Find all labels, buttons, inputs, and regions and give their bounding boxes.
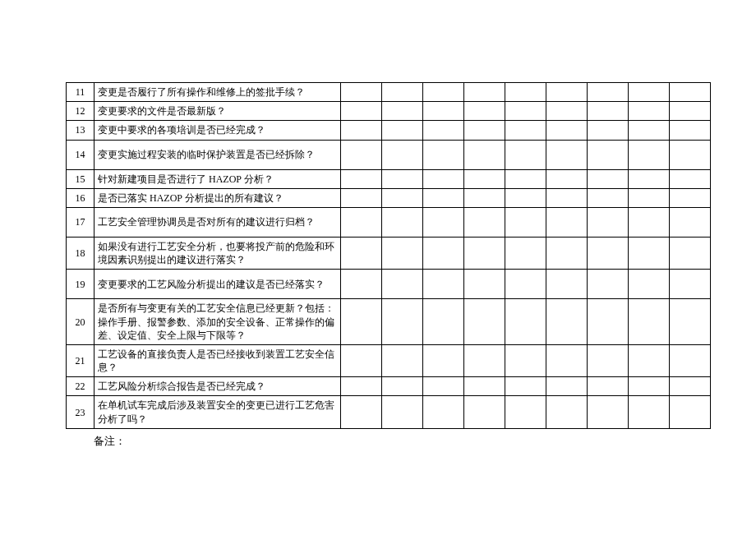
- row-cell: [423, 102, 464, 121]
- row-cell: [546, 102, 588, 121]
- table-row: 18如果没有进行工艺安全分析，也要将投产前的危险和环境因素识别提出的建议进行落实…: [67, 237, 711, 269]
- row-cell: [423, 83, 464, 102]
- row-question: 变更实施过程安装的临时保护装置是否已经拆除？: [94, 140, 341, 169]
- row-cell: [341, 377, 382, 396]
- row-cell: [588, 207, 629, 237]
- row-cell: [546, 237, 588, 269]
- row-number: 13: [67, 121, 94, 140]
- table-row: 16是否已落实 HAZOP 分析提出的所有建议？: [67, 188, 711, 207]
- row-cell: [670, 270, 711, 299]
- row-cell: [382, 344, 423, 376]
- row-cell: [588, 270, 629, 299]
- table-row: 12变更要求的文件是否最新版？: [67, 102, 711, 121]
- row-cell: [629, 207, 670, 237]
- row-cell: [423, 270, 464, 299]
- row-question: 在单机试车完成后涉及装置安全的变更已进行工艺危害分析了吗？: [94, 396, 341, 428]
- document-page: 11变更是否履行了所有操作和维修上的签批手续？12变更要求的文件是否最新版？13…: [0, 0, 756, 449]
- row-number: 19: [67, 270, 94, 299]
- table-row: 13变更中要求的各项培训是否已经完成？: [67, 121, 711, 140]
- row-cell: [423, 237, 464, 269]
- row-cell: [629, 396, 670, 428]
- row-cell: [505, 140, 546, 169]
- row-cell: [629, 237, 670, 269]
- row-cell: [505, 102, 546, 121]
- row-cell: [382, 140, 423, 169]
- row-cell: [546, 377, 588, 396]
- row-question: 变更要求的工艺风险分析提出的建议是否已经落实？: [94, 270, 341, 299]
- row-cell: [588, 188, 629, 207]
- row-cell: [382, 207, 423, 237]
- row-cell: [546, 188, 588, 207]
- row-cell: [341, 121, 382, 140]
- row-cell: [588, 299, 629, 345]
- row-cell: [670, 121, 711, 140]
- row-cell: [588, 140, 629, 169]
- row-cell: [464, 299, 505, 345]
- table-row: 23在单机试车完成后涉及装置安全的变更已进行工艺危害分析了吗？: [67, 396, 711, 428]
- row-question: 工艺设备的直接负责人是否已经接收到装置工艺安全信息？: [94, 344, 341, 376]
- row-cell: [629, 377, 670, 396]
- row-cell: [382, 188, 423, 207]
- row-cell: [505, 121, 546, 140]
- row-cell: [670, 188, 711, 207]
- row-cell: [341, 270, 382, 299]
- row-cell: [464, 140, 505, 169]
- row-cell: [341, 188, 382, 207]
- row-question: 针对新建项目是否进行了 HAZOP 分析？: [94, 169, 341, 188]
- row-cell: [546, 299, 588, 345]
- row-cell: [341, 140, 382, 169]
- row-cell: [341, 169, 382, 188]
- table-row: 14变更实施过程安装的临时保护装置是否已经拆除？: [67, 140, 711, 169]
- row-cell: [341, 299, 382, 345]
- row-cell: [382, 102, 423, 121]
- row-cell: [670, 169, 711, 188]
- row-cell: [670, 344, 711, 376]
- row-question: 工艺风险分析综合报告是否已经完成？: [94, 377, 341, 396]
- row-cell: [629, 188, 670, 207]
- row-cell: [588, 169, 629, 188]
- row-cell: [423, 299, 464, 345]
- row-cell: [341, 237, 382, 269]
- row-question: 变更中要求的各项培训是否已经完成？: [94, 121, 341, 140]
- row-cell: [670, 396, 711, 428]
- row-cell: [464, 83, 505, 102]
- row-cell: [341, 344, 382, 376]
- row-cell: [629, 83, 670, 102]
- table-row: 11变更是否履行了所有操作和维修上的签批手续？: [67, 83, 711, 102]
- row-cell: [464, 396, 505, 428]
- row-cell: [588, 377, 629, 396]
- row-cell: [464, 237, 505, 269]
- row-cell: [341, 83, 382, 102]
- row-cell: [464, 344, 505, 376]
- row-cell: [629, 121, 670, 140]
- row-number: 20: [67, 299, 94, 345]
- row-cell: [670, 102, 711, 121]
- row-cell: [423, 188, 464, 207]
- table-row: 19变更要求的工艺风险分析提出的建议是否已经落实？: [67, 270, 711, 299]
- row-cell: [629, 270, 670, 299]
- row-cell: [464, 207, 505, 237]
- row-cell: [382, 396, 423, 428]
- row-cell: [505, 299, 546, 345]
- row-cell: [546, 396, 588, 428]
- note-label: 备注：: [94, 434, 700, 449]
- row-question: 工艺安全管理协调员是否对所有的建议进行归档？: [94, 207, 341, 237]
- row-cell: [505, 188, 546, 207]
- row-cell: [505, 344, 546, 376]
- row-cell: [423, 169, 464, 188]
- row-number: 18: [67, 237, 94, 269]
- row-cell: [464, 377, 505, 396]
- row-cell: [629, 169, 670, 188]
- table-row: 20是否所有与变更有关的工艺安全信息已经更新？包括：操作手册、报警参数、添加的安…: [67, 299, 711, 345]
- row-cell: [670, 237, 711, 269]
- row-cell: [341, 102, 382, 121]
- row-cell: [423, 344, 464, 376]
- row-cell: [505, 396, 546, 428]
- row-cell: [546, 344, 588, 376]
- row-number: 16: [67, 188, 94, 207]
- row-cell: [464, 270, 505, 299]
- row-cell: [382, 270, 423, 299]
- row-cell: [341, 396, 382, 428]
- row-number: 12: [67, 102, 94, 121]
- row-cell: [588, 83, 629, 102]
